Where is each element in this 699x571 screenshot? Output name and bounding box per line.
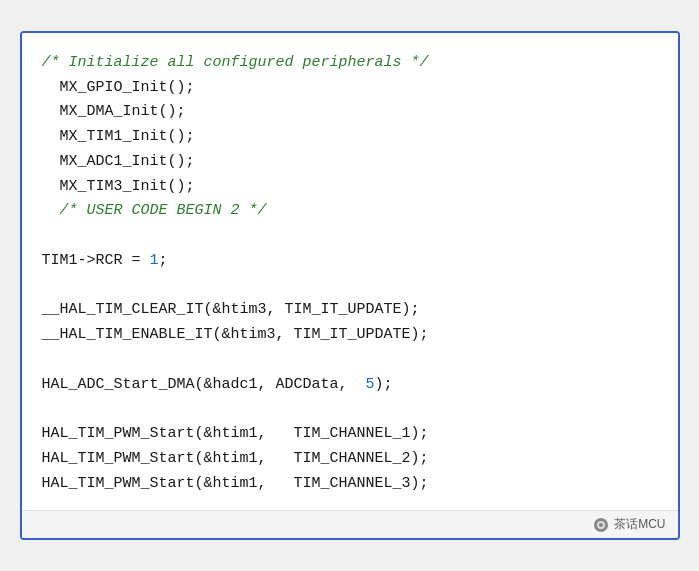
number-2: 5 <box>366 376 375 393</box>
svg-point-2 <box>599 523 603 527</box>
logo-icon <box>593 517 609 533</box>
comment-line-1: /* Initialize all configured peripherals… <box>42 54 429 71</box>
code-card: /* Initialize all configured peripherals… <box>20 31 680 541</box>
footer-text: 茶话MCU <box>614 516 665 533</box>
number-1: 1 <box>150 252 159 269</box>
code-block: /* Initialize all configured peripherals… <box>22 33 678 511</box>
comment-line-2: /* USER CODE BEGIN 2 */ <box>60 202 267 219</box>
code-content: /* Initialize all configured peripherals… <box>42 51 658 497</box>
footer: 茶话MCU <box>22 510 678 538</box>
